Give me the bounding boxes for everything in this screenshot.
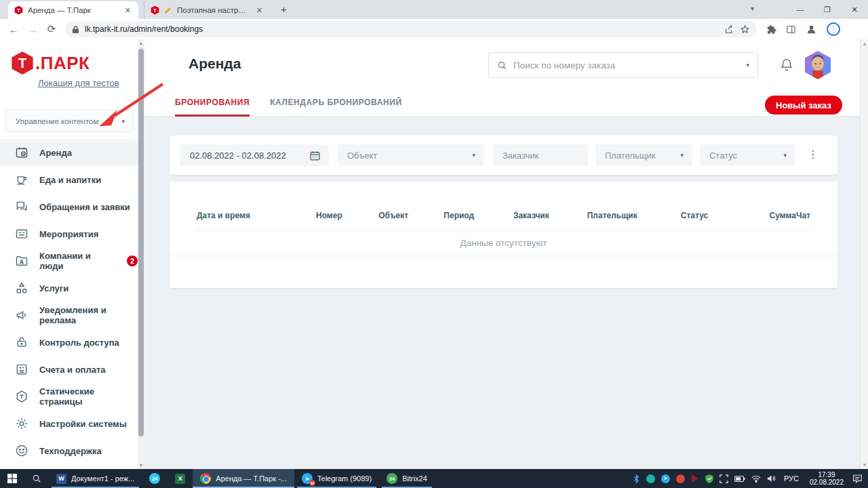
taskbar-clock[interactable]: 17:39 02.08.2022 — [810, 471, 844, 486]
col-amount: Сумма — [734, 211, 796, 220]
order-search[interactable]: ▾ — [488, 52, 758, 78]
filters-bar: 02.08.2022 - 02.08.2022 Объект ▾ Заказчи… — [170, 136, 837, 175]
page-title: Аренда — [189, 56, 241, 72]
tab-bookings-calendar[interactable]: КАЛЕНДАРЬ БРОНИРОВАНИЙ — [270, 98, 402, 117]
side-panel-icon[interactable] — [786, 24, 796, 35]
main-content: Аренда ▾ — [144, 39, 860, 469]
bluetooth-icon[interactable] — [633, 474, 640, 483]
browser-menu-kebab-icon[interactable]: ⋮ — [827, 22, 840, 36]
taskbar-excel-button[interactable]: X — [167, 469, 193, 488]
bookings-table: Дата и время Номер Объект Период Заказчи… — [170, 182, 837, 288]
sidebar-item-label: Мероприятия — [39, 229, 98, 239]
extensions-puzzle-icon[interactable] — [766, 24, 776, 35]
wifi-icon[interactable] — [751, 475, 761, 483]
word-icon: W — [56, 474, 66, 484]
sidebar-item-system-settings[interactable]: Настройки системы — [0, 410, 138, 437]
taskbar-chrome-button[interactable]: Аренда — Т.Парк -... — [193, 469, 294, 488]
close-tab-icon[interactable]: ✕ — [123, 6, 132, 15]
expand-grid-icon[interactable] — [719, 474, 728, 483]
customer-filter[interactable]: Заказчик — [493, 144, 588, 166]
address-bar[interactable]: lk.tpark-it.ru/admin/rent/bookings — [65, 21, 757, 37]
content-management-dropdown[interactable]: Управление контентом ▾ — [5, 110, 134, 132]
sidebar-item-access-control[interactable]: Контроль доступа — [0, 329, 138, 356]
object-filter[interactable]: Объект ▾ — [338, 144, 484, 166]
taskbar-telegram-button[interactable]: ➤89 Telegram (9089) — [294, 469, 379, 488]
scrollbar-thumb[interactable] — [138, 49, 144, 436]
notifications-bell[interactable] — [780, 58, 793, 75]
word-window-title: Документ1 - реж... — [71, 474, 134, 483]
taskbar-bitrix-pinned-button[interactable]: 24 — [142, 469, 167, 488]
col-number: Номер — [297, 211, 361, 220]
back-icon[interactable]: ← — [4, 24, 23, 35]
companies-folder-icon — [15, 254, 28, 268]
sidebar-item-label: Услуги — [39, 283, 68, 293]
share-icon[interactable] — [724, 24, 734, 35]
window-minimize-button[interactable]: — — [787, 5, 814, 14]
tray-media-icon[interactable] — [692, 474, 698, 483]
clock-time: 17:39 — [810, 471, 844, 479]
sidebar-item-notifications-ads[interactable]: Уведомления и реклама — [0, 302, 138, 329]
chrome-icon — [200, 473, 211, 484]
bell-icon — [780, 58, 793, 73]
browser-tab-inactive[interactable]: Т Поэтапная настройка плат ✕ — [144, 1, 270, 19]
page-scrollbar[interactable]: ▲ ▼ — [860, 39, 868, 469]
user-avatar[interactable] — [803, 50, 833, 80]
security-shield-icon[interactable] — [705, 474, 713, 483]
filters-kebab-menu-icon[interactable]: ⋮ — [808, 148, 818, 161]
browser-tab-active[interactable]: Т Аренда — Т.Парк ✕ — [8, 1, 138, 19]
sidebar-item-static-pages[interactable]: Статические страницы — [0, 383, 138, 410]
order-search-input[interactable] — [513, 60, 740, 70]
sidebar-item-billing[interactable]: Счета и оплата — [0, 356, 138, 383]
tray-app-icon[interactable] — [646, 474, 655, 483]
window-maximize-button[interactable]: ❐ — [814, 5, 841, 14]
sidebar-item-label: Счета и оплата — [39, 365, 106, 375]
taskbar-word-button[interactable]: W Документ1 - реж... — [49, 469, 142, 488]
scroll-up-icon[interactable]: ▲ — [861, 41, 868, 46]
bookmark-star-icon[interactable] — [740, 24, 750, 35]
volume-icon[interactable] — [767, 474, 776, 483]
battery-icon[interactable] — [734, 475, 745, 483]
notification-badge: 2 — [127, 256, 138, 266]
location-link[interactable]: Локация для тестов — [38, 78, 119, 88]
gear-icon — [15, 417, 28, 430]
new-tab-button[interactable]: + — [281, 3, 287, 15]
forward-icon[interactable]: → — [23, 24, 42, 35]
bitrix24-icon: 24 — [149, 473, 160, 484]
tray-app-icon[interactable]: ➤ — [661, 474, 670, 483]
sidebar-item-events[interactable]: Мероприятия — [0, 220, 138, 247]
sidebar-scrollbar[interactable]: ▲ ▼ — [138, 39, 144, 469]
new-order-button[interactable]: Новый заказ — [765, 96, 842, 115]
object-filter-label: Объект — [347, 150, 377, 161]
sidebar-item-requests[interactable]: Обращения и заявки — [0, 193, 138, 220]
chevron-down-icon: ▾ — [783, 152, 787, 159]
sidebar-item-food[interactable]: Еда и напитки — [0, 166, 138, 193]
start-button[interactable] — [0, 469, 24, 488]
tab-bookings[interactable]: БРОНИРОВАНИЯ — [175, 98, 250, 117]
scroll-up-icon[interactable]: ▲ — [138, 41, 144, 45]
close-tab-icon[interactable]: ✕ — [255, 6, 264, 15]
tab-search-chevron-icon[interactable]: ▾ — [751, 5, 754, 12]
date-range-filter[interactable]: 02.08.2022 - 02.08.2022 — [180, 144, 329, 166]
chevron-down-icon: ▾ — [121, 118, 125, 125]
taskbar-search-button[interactable] — [24, 469, 49, 488]
taskbar-bitrix-window-button[interactable]: 24 Bitrix24 — [379, 469, 435, 488]
chevron-down-icon[interactable]: ▾ — [746, 62, 749, 68]
col-customer: Заказчик — [492, 211, 570, 220]
sidebar-item-rent[interactable]: Аренда — [0, 139, 138, 166]
sidebar-item-services[interactable]: Услуги — [0, 274, 138, 302]
browser-profile-icon[interactable] — [806, 24, 817, 35]
main-header: Аренда ▾ — [144, 39, 860, 117]
content-management-label: Управление контентом — [16, 117, 98, 125]
sidebar-item-companies[interactable]: Компании и люди 2 — [0, 247, 138, 274]
language-indicator[interactable]: РУС — [784, 474, 799, 483]
action-center-icon[interactable] — [852, 474, 863, 483]
scroll-down-icon[interactable]: ▼ — [138, 463, 144, 468]
sidebar-item-support[interactable]: Техподдержка — [0, 437, 138, 464]
reload-icon[interactable]: ⟳ — [42, 23, 61, 35]
tray-app-icon[interactable] — [676, 474, 685, 483]
status-filter[interactable]: Статус ▾ — [700, 144, 795, 166]
payer-filter[interactable]: Плательщик ▾ — [595, 144, 692, 166]
scroll-down-icon[interactable]: ▼ — [861, 462, 868, 467]
window-close-button[interactable]: ✕ — [841, 5, 868, 14]
sidebar-item-label: Уведомления и реклама — [39, 305, 138, 325]
